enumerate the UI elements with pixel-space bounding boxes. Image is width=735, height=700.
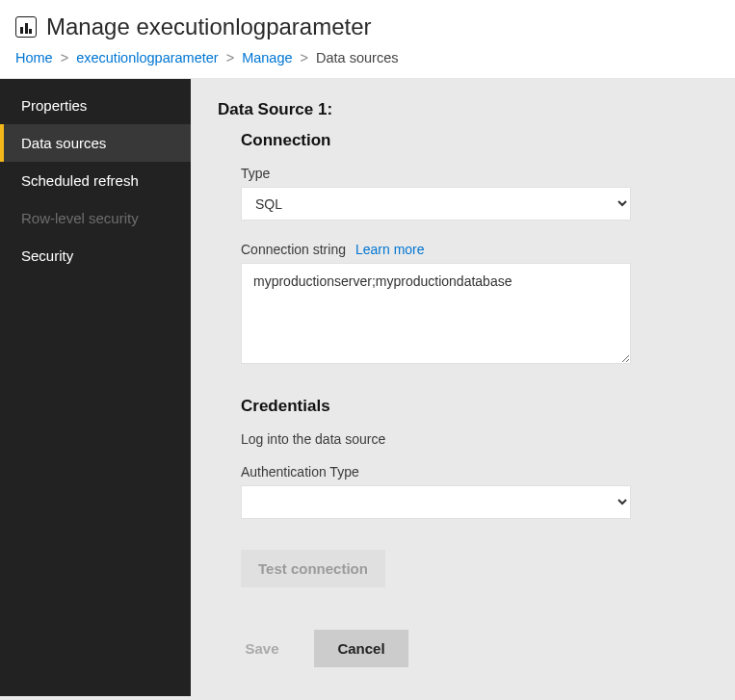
header-title-row: Manage executionlogparameter [15,13,720,40]
breadcrumb-manage[interactable]: Manage [242,50,292,65]
sidebar-item-scheduled-refresh[interactable]: Scheduled refresh [0,162,191,199]
sidebar: Properties Data sources Scheduled refres… [0,79,191,696]
bar-chart-icon [15,16,37,38]
chevron-right-icon: > [301,50,308,65]
test-connection-button[interactable]: Test connection [241,550,385,587]
authtype-label: Authentication Type [241,464,708,480]
breadcrumb-current: Data sources [316,50,398,65]
breadcrumb-report[interactable]: executionlogparameter [76,50,219,65]
breadcrumb-home[interactable]: Home [15,50,53,65]
body-layout: Properties Data sources Scheduled refres… [0,79,735,696]
type-select[interactable]: SQL [241,187,631,220]
page-title: Manage executionlogparameter [46,13,372,40]
chevron-right-icon: > [226,50,234,65]
sidebar-item-row-level-security: Row-level security [0,199,191,237]
connection-title: Connection [241,131,708,150]
credentials-section: Credentials Log into the data source Aut… [241,397,708,587]
connstr-label-row: Connection string Learn more [241,242,708,257]
credentials-title: Credentials [241,397,708,416]
type-label: Type [241,166,708,181]
action-bar: Save Cancel [218,630,708,667]
data-source-title: Data Source 1: [218,100,708,119]
breadcrumb: Home > executionlogparameter > Manage > … [15,50,720,65]
sidebar-item-properties[interactable]: Properties [0,87,191,124]
sidebar-item-security[interactable]: Security [0,237,191,274]
connection-section: Connection Type SQL Connection string Le… [241,131,708,374]
main-content: Data Source 1: Connection Type SQL Conne… [191,79,735,696]
authtype-select[interactable] [241,485,631,519]
sidebar-item-data-sources[interactable]: Data sources [0,124,191,162]
connection-string-input[interactable] [241,263,631,364]
save-button[interactable]: Save [218,630,306,667]
learn-more-link[interactable]: Learn more [355,242,425,257]
page-header: Manage executionlogparameter Home > exec… [0,0,735,79]
credentials-subtext: Log into the data source [241,431,708,447]
cancel-button[interactable]: Cancel [314,630,408,667]
chevron-right-icon: > [61,50,68,65]
connstr-label: Connection string [241,242,346,257]
